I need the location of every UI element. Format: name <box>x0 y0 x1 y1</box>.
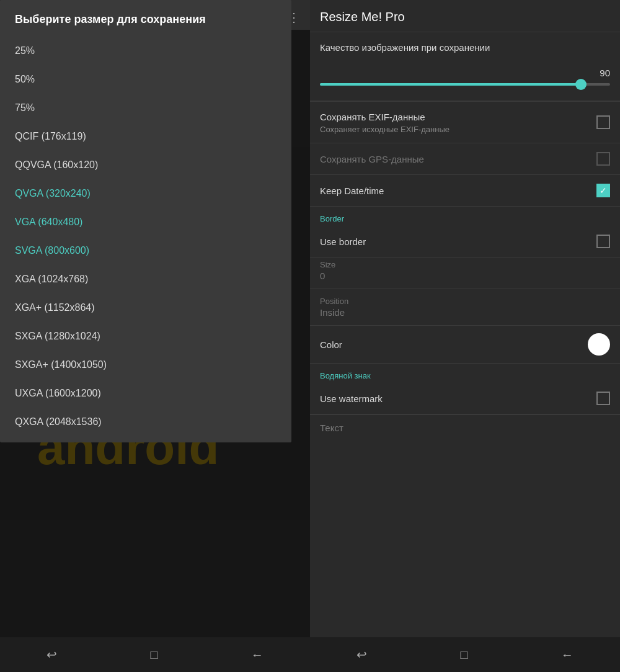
image-quality-label: Качество изображения при сохранении <box>320 41 490 54</box>
color-section: Color <box>310 326 620 364</box>
size-section: Size 0 <box>310 258 620 289</box>
dropdown-menu: Выберите размер для сохранения 25% 50% 7… <box>0 0 291 442</box>
save-exif-checkbox[interactable] <box>596 115 610 129</box>
bottom-nav: ↩ □ ← ↩ □ ← <box>0 637 620 672</box>
use-watermark-checkbox[interactable] <box>596 392 610 405</box>
nav-back-left[interactable]: ← <box>251 648 264 662</box>
position-value: Inside <box>320 307 610 318</box>
save-exif-label: Сохранять EXIF-данные <box>320 110 596 123</box>
right-header: Resize Me! Pro <box>310 0 620 32</box>
save-gps-checkbox[interactable] <box>596 152 610 166</box>
use-border-label: Use border <box>320 235 596 248</box>
slider-track[interactable] <box>320 83 610 86</box>
save-gps-row: Сохранять GPS-данные <box>310 143 620 174</box>
list-item-qxga[interactable]: QXGA (2048x1536) <box>0 408 291 436</box>
nav-back-right[interactable]: ← <box>561 648 574 662</box>
nav-recent-left[interactable]: ↩ <box>46 647 57 662</box>
keep-datetime-row: Keep Date/time ✓ <box>310 175 620 206</box>
list-item-uxga[interactable]: UXGA (1600x1200) <box>0 379 291 408</box>
right-panel: Resize Me! Pro Качество изображения при … <box>310 0 620 637</box>
color-circle[interactable] <box>588 333 610 356</box>
use-border-section: Use border <box>310 226 620 258</box>
border-section-label: Border <box>310 207 620 226</box>
list-item-svga[interactable]: SVGA (800x600) <box>0 236 291 265</box>
list-item-qvga[interactable]: QVGA (320x240) <box>0 179 291 208</box>
keep-datetime-section: Keep Date/time ✓ <box>310 175 620 207</box>
image-quality-section: Качество изображения при сохранении 90 <box>310 32 620 102</box>
use-watermark-row: Use watermark <box>310 383 620 414</box>
right-title: Resize Me! Pro <box>320 10 405 24</box>
size-value: 0 <box>320 271 610 281</box>
left-panel: Resize Me! Pro ⚙ ⋮ как на <box>0 0 310 637</box>
slider-fill <box>320 83 581 86</box>
list-item-50[interactable]: 50% <box>0 65 291 94</box>
save-exif-sublabel: Сохраняет исходные EXIF-данные <box>320 125 596 134</box>
nav-recent-right[interactable]: ↩ <box>356 647 367 662</box>
nav-home-left[interactable]: □ <box>150 648 157 662</box>
image-quality-row: Качество изображения при сохранении <box>310 32 620 63</box>
bottom-nav-right: ↩ □ ← <box>310 637 620 672</box>
save-exif-section: Сохранять EXIF-данные Сохраняет исходные… <box>310 102 620 143</box>
size-label: Size <box>320 260 610 269</box>
use-watermark-section: Use watermark <box>310 383 620 414</box>
save-gps-label: Сохранять GPS-данные <box>320 154 596 164</box>
use-border-checkbox[interactable] <box>596 235 610 248</box>
list-item-xga[interactable]: XGA (1024x768) <box>0 265 291 293</box>
nav-home-right[interactable]: □ <box>460 648 467 662</box>
list-item-qqvga[interactable]: QQVGA (160x120) <box>0 151 291 179</box>
watermark-section-label: Водяной знак <box>310 364 620 383</box>
bottom-nav-left: ↩ □ ← <box>0 637 310 672</box>
use-border-row: Use border <box>310 226 620 257</box>
list-item-xgaplus[interactable]: XGA+ (1152x864) <box>0 293 291 322</box>
list-item-25[interactable]: 25% <box>0 37 291 65</box>
list-item-qcif[interactable]: QCIF (176x119) <box>0 122 291 151</box>
tekst-section: Текст <box>310 414 620 441</box>
checkmark-icon: ✓ <box>600 186 607 195</box>
save-exif-row: Сохранять EXIF-данные Сохраняет исходные… <box>310 102 620 143</box>
slider-thumb[interactable] <box>575 79 587 90</box>
save-gps-section: Сохранять GPS-данные <box>310 143 620 175</box>
dropdown-title: Выберите размер для сохранения <box>0 12 291 37</box>
position-label: Position <box>320 297 610 306</box>
slider-section: 90 <box>310 63 620 101</box>
tekst-label: Текст <box>320 423 610 433</box>
list-item-sxgaplus[interactable]: SXGA+ (1400x1050) <box>0 351 291 379</box>
list-item-sxga[interactable]: SXGA (1280x1024) <box>0 322 291 351</box>
list-item-75[interactable]: 75% <box>0 94 291 122</box>
list-item-vga[interactable]: VGA (640x480) <box>0 208 291 236</box>
keep-datetime-checkbox[interactable]: ✓ <box>596 184 610 197</box>
slider-value: 90 <box>320 68 610 78</box>
color-label: Color <box>320 339 342 350</box>
keep-datetime-label: Keep Date/time <box>320 184 596 197</box>
position-section: Position Inside <box>310 289 620 326</box>
use-watermark-label: Use watermark <box>320 392 596 405</box>
